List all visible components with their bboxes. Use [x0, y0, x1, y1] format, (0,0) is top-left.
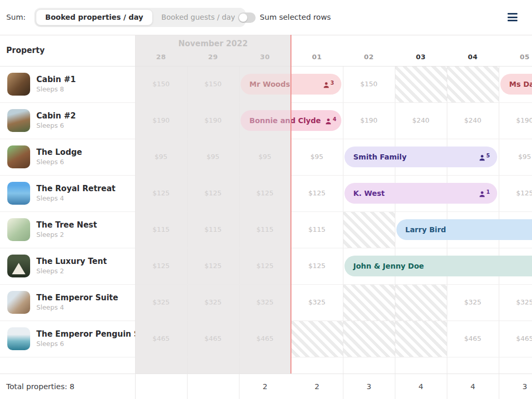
calendar-cell[interactable]: $240 [395, 102, 447, 139]
calendar-cell[interactable]: $125 [239, 248, 291, 284]
booked-properties-per-day-button[interactable]: Booked properties / day [36, 9, 153, 25]
total-properties-label: Total properties: 8 [6, 374, 74, 399]
unavailable-cell[interactable] [395, 285, 447, 321]
calendar-cell[interactable]: $95 [187, 139, 239, 175]
daily-total: 4 [447, 374, 499, 399]
guest-name-label: Smith Family [353, 153, 407, 161]
property-info: Cabin #2Sleeps 6 [36, 111, 76, 130]
unavailable-cell[interactable] [343, 212, 395, 248]
property-sleeps: Sleeps 8 [36, 85, 76, 94]
calendar-cell[interactable]: $240 [447, 102, 499, 139]
unavailable-cell[interactable] [395, 66, 447, 102]
month-label: November 2022 [135, 39, 291, 48]
booking-pill[interactable]: K. West1 [344, 183, 497, 204]
price-label: $465 [135, 321, 187, 357]
sum-selected-rows-toggle[interactable] [238, 12, 256, 23]
guest-count-number: 1 [486, 190, 490, 195]
calendar-cell[interactable]: $125 [135, 175, 187, 211]
sum-selected-rows-label: Sum selected rows [260, 0, 331, 35]
column-line [239, 66, 240, 399]
calendar-cell[interactable]: $95 [499, 139, 532, 175]
calendar-cell[interactable]: $150 [343, 66, 395, 102]
calendar-cell[interactable]: $190 [499, 102, 532, 139]
property-sleeps: Sleeps 2 [36, 267, 107, 275]
price-label: $125 [239, 175, 291, 211]
calendar-cell[interactable]: $190 [343, 102, 395, 139]
guest-count: 1 [478, 189, 490, 198]
row-line [0, 139, 532, 139]
calendar-cell[interactable]: $125 [291, 175, 343, 211]
calendar-cell[interactable]: $325 [239, 284, 291, 321]
calendar-cell[interactable]: $465 [187, 321, 239, 357]
guest-name-label: Mr Woods [249, 80, 290, 88]
property-row[interactable]: The Emperor Penguin SuiteSleeps 6 [0, 321, 135, 357]
calendar-cell[interactable]: $115 [291, 211, 343, 248]
calendar-cell[interactable]: $325 [447, 284, 499, 321]
calendar-cell[interactable]: $325 [135, 284, 187, 321]
price-label: $150 [187, 66, 239, 102]
calendar-cell[interactable]: $325 [291, 284, 343, 321]
calendar-cell[interactable]: $125 [499, 175, 532, 211]
property-name: The Luxury Tent [36, 257, 107, 267]
unavailable-cell[interactable] [395, 321, 447, 357]
day-header-28: 28 [135, 53, 187, 61]
calendar-cell[interactable]: $465 [447, 321, 499, 357]
booked-guests-per-day-button[interactable]: Booked guests / day [153, 9, 244, 25]
calendar-cell[interactable]: $95 [291, 139, 343, 175]
calendar-cell[interactable]: $125 [187, 175, 239, 211]
calendar-cell[interactable]: $150 [135, 66, 187, 102]
property-row[interactable]: The Luxury TentSleeps 2 [0, 248, 135, 284]
property-row[interactable]: Cabin #1Sleeps 8 [0, 66, 135, 102]
booking-pill[interactable]: Larry Bird [396, 219, 532, 240]
guest-count: 3 [323, 80, 334, 89]
sum-mode-segmented-control: Booked properties / day Booked guests / … [34, 8, 246, 27]
menu-icon[interactable] [508, 13, 518, 22]
calendar-cell[interactable]: $465 [135, 321, 187, 357]
property-row[interactable]: The Tree NestSleeps 2 [0, 211, 135, 248]
property-name: The Lodge [36, 148, 82, 157]
calendar-cell[interactable]: $125 [135, 248, 187, 284]
booking-pill[interactable]: Smith Family5 [344, 147, 497, 167]
calendar-cell[interactable]: $465 [499, 321, 532, 357]
booking-pill[interactable]: Ms Dav [500, 74, 532, 95]
property-row[interactable]: The LodgeSleeps 6 [0, 139, 135, 175]
unavailable-cell[interactable] [343, 321, 395, 357]
calendar-cell[interactable]: $95 [135, 139, 187, 175]
calendar-cell[interactable]: $115 [239, 211, 291, 248]
calendar-cell[interactable]: $125 [239, 175, 291, 211]
row-line [0, 175, 532, 176]
calendar-cell[interactable]: $125 [291, 248, 343, 284]
property-row[interactable]: The Royal RetreatSleeps 4 [0, 175, 135, 211]
price-label: $240 [395, 102, 447, 139]
unavailable-cell[interactable] [343, 285, 395, 321]
calendar-cell[interactable]: $325 [499, 284, 532, 321]
calendar-cell[interactable]: $325 [187, 284, 239, 321]
property-sleeps: Sleeps 4 [36, 194, 115, 203]
daily-total: 2 [239, 374, 291, 399]
calendar-cell[interactable]: $95 [239, 139, 291, 175]
calendar-cell[interactable]: $115 [187, 211, 239, 248]
calendar-cell[interactable]: $125 [187, 248, 239, 284]
unavailable-cell[interactable] [447, 66, 499, 102]
price-label: $465 [499, 321, 532, 357]
unavailable-cell[interactable] [291, 321, 343, 357]
calendar-cell[interactable]: $190 [187, 102, 239, 139]
calendar-cell[interactable]: $190 [135, 102, 187, 139]
price-label: $125 [291, 248, 343, 284]
price-label: $190 [343, 102, 395, 139]
price-label: $150 [135, 66, 187, 102]
guest-name-label: John & Jenny Doe [353, 262, 424, 270]
property-info: The Luxury TentSleeps 2 [36, 257, 107, 276]
price-label: $115 [187, 211, 239, 248]
property-sleeps: Sleeps 6 [36, 340, 135, 348]
booking-pill[interactable]: John & Jenny Doe [344, 256, 532, 276]
today-line [290, 35, 291, 374]
calendar-cell[interactable]: $150 [187, 66, 239, 102]
guest-count: 5 [478, 153, 490, 162]
price-label: $125 [135, 248, 187, 284]
property-row[interactable]: Cabin #2Sleeps 6 [0, 102, 135, 139]
price-label: $125 [135, 175, 187, 211]
calendar-cell[interactable]: $465 [239, 321, 291, 357]
property-row[interactable]: The Emperor SuiteSleeps 4 [0, 284, 135, 321]
calendar-cell[interactable]: $115 [135, 211, 187, 248]
